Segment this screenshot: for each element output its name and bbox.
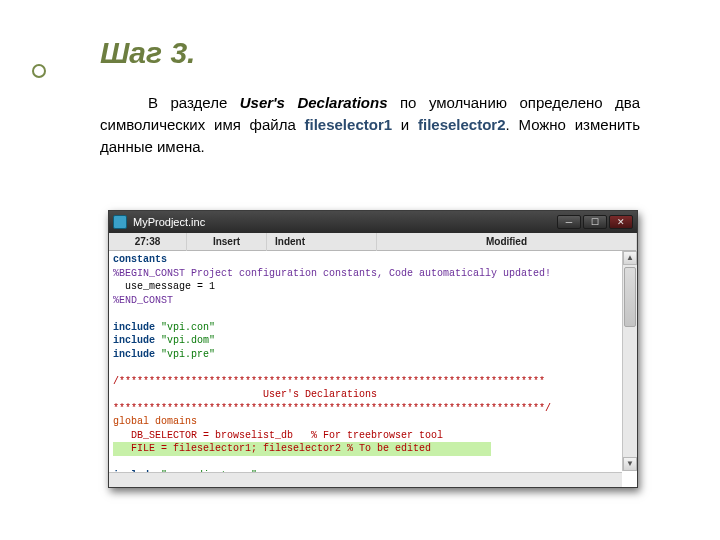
para-fileselector1: fileselector1 bbox=[305, 116, 393, 133]
scroll-thumb[interactable] bbox=[624, 267, 636, 327]
code-line: %BEGIN_CONST Project configuration const… bbox=[113, 268, 551, 279]
editor-window: MyProdject.inc ─ ☐ ✕ 27:38 Insert Indent… bbox=[108, 210, 638, 488]
code-str: "vpi.dom" bbox=[155, 335, 215, 346]
window-minimize-button[interactable]: ─ bbox=[557, 215, 581, 229]
code-line bbox=[113, 362, 119, 373]
para-usersdecl: User's Declarations bbox=[240, 94, 388, 111]
code-db-selector: DB_SELECTOR = browselist_db % For treebr… bbox=[113, 430, 443, 441]
code-global-domains: global domains bbox=[113, 416, 197, 427]
window-title: MyProdject.inc bbox=[133, 216, 205, 228]
status-indent[interactable]: Indent bbox=[267, 233, 377, 251]
slide-bullet bbox=[32, 64, 46, 78]
status-insert-mode[interactable]: Insert bbox=[187, 233, 267, 251]
code-file-line: FILE = fileselector1; fileselector2 % To… bbox=[113, 443, 431, 454]
status-modified: Modified bbox=[377, 233, 637, 251]
code-line: use_message = 1 bbox=[113, 281, 215, 292]
code-highlighted-row: FILE = fileselector1; fileselector2 % To… bbox=[113, 442, 491, 456]
para-fileselector2: fileselector2 bbox=[418, 116, 506, 133]
code-line bbox=[113, 308, 119, 319]
slide-paragraph: В разделе User's Declarations по умолчан… bbox=[100, 92, 640, 157]
window-maximize-button[interactable]: ☐ bbox=[583, 215, 607, 229]
code-editor[interactable]: constants %BEGIN_CONST Project configura… bbox=[109, 251, 637, 487]
window-titlebar[interactable]: MyProdject.inc ─ ☐ ✕ bbox=[109, 211, 637, 233]
horizontal-scrollbar[interactable] bbox=[109, 472, 622, 487]
code-kw-include: include bbox=[113, 349, 155, 360]
vertical-scrollbar[interactable]: ▲ ▼ bbox=[622, 251, 637, 471]
scroll-up-icon[interactable]: ▲ bbox=[623, 251, 637, 265]
scroll-down-icon[interactable]: ▼ bbox=[623, 457, 637, 471]
window-close-button[interactable]: ✕ bbox=[609, 215, 633, 229]
code-kw-include: include bbox=[113, 335, 155, 346]
editor-statusbar: 27:38 Insert Indent Modified bbox=[109, 233, 637, 251]
code-comment-line: User's Declarations bbox=[113, 389, 377, 400]
para-t0: В разделе bbox=[148, 94, 240, 111]
app-icon bbox=[113, 215, 127, 229]
code-comment-line: /***************************************… bbox=[113, 376, 545, 387]
slide-heading: Шаг 3. bbox=[100, 36, 195, 70]
code-str: "vpi.con" bbox=[155, 322, 215, 333]
code-line: constants bbox=[113, 254, 167, 265]
code-line bbox=[113, 457, 119, 468]
para-t4: и bbox=[392, 116, 418, 133]
status-position: 27:38 bbox=[109, 233, 187, 251]
code-str: "vpi.pre" bbox=[155, 349, 215, 360]
code-line: %END_CONST bbox=[113, 295, 173, 306]
code-comment-line: ****************************************… bbox=[113, 403, 551, 414]
code-kw-include: include bbox=[113, 322, 155, 333]
